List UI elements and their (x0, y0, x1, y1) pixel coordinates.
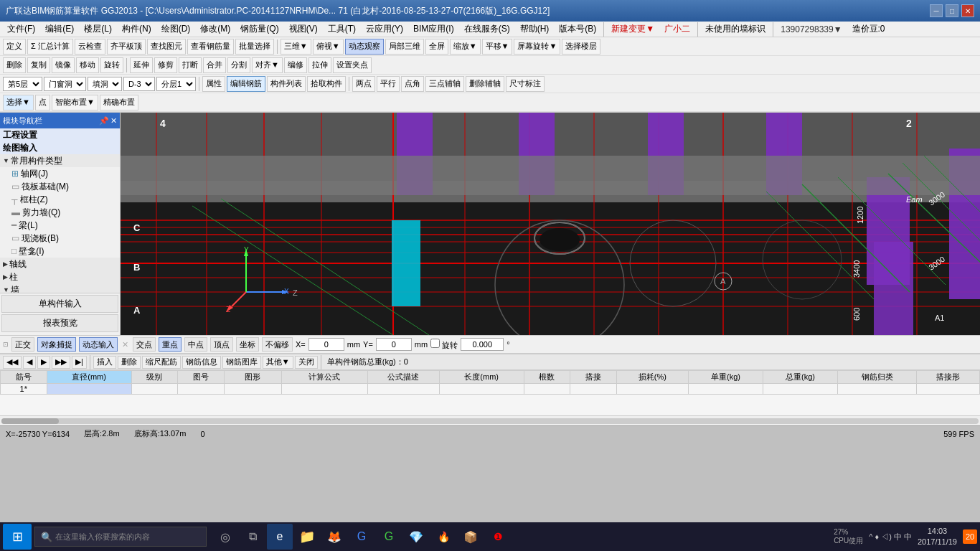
btn-intersection[interactable]: 交点 (133, 337, 156, 352)
menu-draw[interactable]: 绘图(D) (157, 22, 195, 37)
sidebar-category-wall[interactable]: ▼ 墙 (0, 283, 120, 293)
table-scrollbar[interactable] (0, 415, 980, 425)
btn-nav-first[interactable]: ◀◀ (3, 356, 22, 369)
rotate-input[interactable] (461, 338, 504, 351)
btn-trim[interactable]: 修剪 (154, 57, 177, 73)
btn-parallel[interactable]: 平行 (377, 76, 400, 92)
btn-rebar-info[interactable]: 钢筋信息 (182, 356, 221, 369)
menu-view[interactable]: 视图(V) (285, 22, 322, 37)
menu-tools[interactable]: 工具(T) (324, 22, 360, 37)
menu-new-change[interactable]: 新建变更▼ (607, 22, 659, 37)
btn-find-elem[interactable]: 查找图元 (147, 39, 186, 55)
close-button[interactable]: ✕ (961, 4, 974, 17)
menu-version[interactable]: 版本号(B) (555, 22, 600, 37)
sidebar-item-axis[interactable]: ⊞ 轴网(J) (0, 167, 120, 180)
btn-delete[interactable]: 删除 (3, 57, 26, 73)
btn-no-offset[interactable]: 不偏移 (262, 337, 293, 352)
btn-rebar-lib[interactable]: 钢筋图库 (222, 356, 261, 369)
y-input[interactable] (376, 338, 412, 351)
taskbar-file-explorer[interactable]: 📁 (294, 524, 320, 550)
taskbar-app9[interactable]: ❶ (485, 524, 511, 550)
floor-select[interactable]: 第5层 (3, 77, 42, 91)
btn-scale-rebar[interactable]: 缩尺配筋 (142, 356, 181, 369)
menu-wall-tag[interactable]: 未使用的墙标识 (701, 22, 770, 37)
btn-batch-select[interactable]: 批量选择 (235, 39, 274, 55)
menu-rebar-qty[interactable]: 钢筋量(Q) (236, 22, 283, 37)
sidebar-category-common[interactable]: ▼ 常用构件类型 (0, 154, 120, 167)
btn-nav-end[interactable]: ▶| (72, 356, 87, 369)
search-bar[interactable]: 🔍 在这里输入你要搜索的内容 (34, 527, 207, 547)
btn-point-draw[interactable]: 点 (35, 95, 50, 110)
sidebar-item-shear-wall[interactable]: ▬ 剪力墙(Q) (0, 206, 120, 219)
menu-file[interactable]: 文件(F) (3, 22, 39, 37)
btn-select[interactable]: 选择▼ (3, 95, 34, 110)
btn-pan[interactable]: 平移▼ (482, 39, 513, 55)
taskbar-app8[interactable]: 📦 (458, 524, 484, 550)
btn-smart-place[interactable]: 智能布置▼ (52, 95, 98, 110)
taskbar-cortana[interactable]: ◎ (212, 524, 238, 550)
btn-copy[interactable]: 复制 (27, 57, 50, 73)
btn-single-comp-input[interactable]: 单构件输入 (1, 295, 118, 313)
start-button[interactable]: ⊞ (3, 524, 32, 550)
btn-set-grip[interactable]: 设置夹点 (333, 57, 372, 73)
btn-align-top[interactable]: 齐平板顶 (107, 39, 146, 55)
menu-edit[interactable]: 编辑(E) (41, 22, 78, 37)
btn-break[interactable]: 打断 (179, 57, 202, 73)
taskbar-app6[interactable]: 💎 (403, 524, 429, 550)
btn-comp-list[interactable]: 构件列表 (267, 76, 306, 92)
btn-delete-row[interactable]: 删除 (118, 356, 141, 369)
code-select[interactable]: D-3 (123, 77, 155, 91)
btn-coordinate[interactable]: 坐标 (236, 337, 259, 352)
btn-screen-rotate[interactable]: 屏幕旋转▼ (514, 39, 560, 55)
btn-cloud-check[interactable]: 云检查 (75, 39, 105, 55)
btn-object-snap[interactable]: 对象捕捉 (37, 337, 76, 352)
btn-top-view[interactable]: 俯视▼ (313, 39, 344, 55)
btn-dim-label[interactable]: 尺寸标注 (506, 76, 545, 92)
btn-stretch[interactable]: 拉伸 (308, 57, 331, 73)
taskbar-task-view[interactable]: ⧉ (240, 524, 265, 550)
btn-select-floor[interactable]: 选择楼层 (562, 39, 600, 55)
sidebar-item-draw-input[interactable]: 绘图输入 (0, 141, 120, 154)
btn-insert[interactable]: 插入 (93, 356, 116, 369)
sidebar-item-frame-col[interactable]: ┬ 框柱(Z) (0, 193, 120, 206)
btn-local-3d[interactable]: 局部三维 (385, 39, 424, 55)
btn-pick-comp[interactable]: 拾取构件 (307, 76, 346, 92)
btn-two-point[interactable]: 两点 (352, 76, 375, 92)
taskbar-app7[interactable]: 🔥 (430, 524, 456, 550)
clock[interactable]: 14:03 2017/11/19 (918, 526, 957, 548)
btn-define[interactable]: 定义 (3, 39, 26, 55)
btn-midpoint[interactable]: 中点 (184, 337, 207, 352)
taskbar-notification[interactable]: 20 (963, 529, 977, 544)
menu-cloud[interactable]: 云应用(Y) (362, 22, 407, 37)
taskbar-app4[interactable]: G (349, 524, 374, 550)
menu-floor[interactable]: 楼层(L) (80, 22, 116, 37)
btn-vertex[interactable]: 顶点 (210, 337, 233, 352)
wall-type-select[interactable]: 填洞 (88, 77, 122, 91)
btn-nav-next[interactable]: ▶ (37, 356, 50, 369)
maximize-button[interactable]: □ (946, 4, 958, 17)
btn-close-panel[interactable]: 关闭 (295, 356, 318, 369)
comp-type-select[interactable]: 门窗洞 (44, 77, 86, 91)
btn-nav-last[interactable]: ▶▶ (52, 356, 70, 369)
canvas-area[interactable]: 4 2 2 1 C B A A1 1200 3400 600 3000 3000… (121, 113, 980, 335)
sidebar-item-wall-niche[interactable]: □ 壁龛(I) (0, 245, 120, 258)
cell-diameter[interactable] (47, 384, 131, 395)
btn-ortho[interactable]: 正交 (11, 337, 34, 352)
taskbar-ie[interactable]: e (267, 524, 293, 550)
btn-three-point-aux[interactable]: 三点辅轴 (425, 76, 464, 92)
btn-calc[interactable]: Σ 汇总计算 (27, 39, 73, 55)
btn-del-aux[interactable]: 删除辅轴 (466, 76, 504, 92)
x-input[interactable] (308, 338, 344, 351)
btn-dynamic-input[interactable]: 动态输入 (79, 337, 118, 352)
sidebar-item-raft[interactable]: ▭ 筏板基础(M) (0, 180, 120, 193)
btn-properties[interactable]: 属性 (202, 76, 225, 92)
btn-edit-mod[interactable]: 编修 (284, 57, 307, 73)
scrollbar-thumb[interactable] (1, 418, 59, 424)
btn-rotate[interactable]: 旋转 (100, 57, 123, 73)
menu-phone[interactable]: 13907298339▼ (776, 23, 846, 36)
btn-extend[interactable]: 延伸 (130, 57, 153, 73)
sidebar-item-eng-setup[interactable]: 工程设置 (0, 128, 120, 141)
sidebar-item-cast-slab[interactable]: ▭ 现浇板(B) (0, 232, 120, 245)
btn-dynamic-view[interactable]: 动态观察 (345, 39, 384, 55)
btn-precise-place[interactable]: 精确布置 (100, 95, 138, 110)
